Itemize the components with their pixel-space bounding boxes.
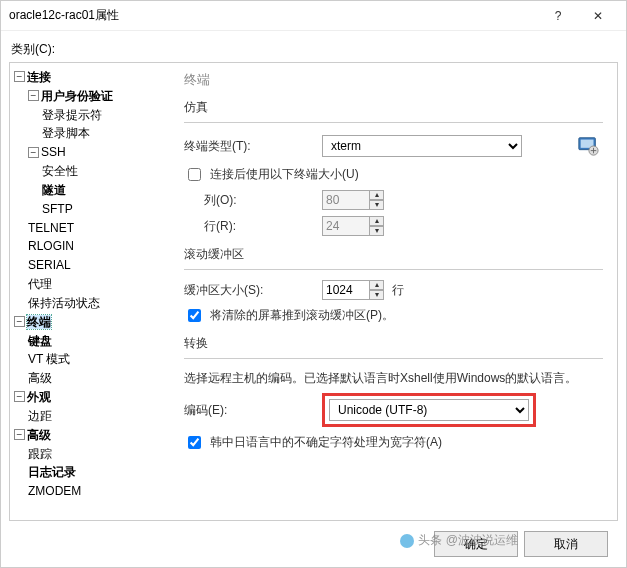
chevron-down-icon[interactable]: ▾ [369,290,384,300]
tree-login-script[interactable]: 登录脚本 [42,126,90,140]
terminal-type-select[interactable]: xterm [322,135,522,157]
tree-login-prompt[interactable]: 登录提示符 [42,107,102,121]
category-label: 类别(C): [11,41,618,58]
main-area: −连接 −用户身份验证 登录提示符 登录脚本 −SSH 安全性 [9,62,618,521]
cancel-button[interactable]: 取消 [524,531,608,557]
category-tree[interactable]: −连接 −用户身份验证 登录提示符 登录脚本 −SSH 安全性 [10,63,170,520]
tree-security[interactable]: 安全性 [42,164,78,178]
tree-rlogin[interactable]: RLOGIN [28,239,74,253]
terminal-settings-icon[interactable] [573,133,603,159]
properties-dialog: oracle12c-rac01属性 ? ✕ 类别(C): −连接 −用户身份验证… [0,0,627,568]
dialog-body: 类别(C): −连接 −用户身份验证 登录提示符 登录脚本 −SSH [1,31,626,567]
use-size-label: 连接后使用以下终端大小(U) [210,166,359,183]
collapse-icon[interactable]: − [28,90,39,101]
buffer-label: 缓冲区大小(S): [184,282,314,299]
close-button[interactable]: ✕ [578,1,618,31]
encoding-label: 编码(E): [184,402,314,419]
cols-spinner[interactable]: ▴▾ [322,190,384,210]
avatar-icon [400,534,414,548]
translate-desc: 选择远程主机的编码。已选择默认语言时Xshell使用Windows的默认语言。 [184,369,603,387]
push-cleared-checkbox[interactable] [188,309,201,322]
tree-advanced-term[interactable]: 高级 [28,371,52,385]
collapse-icon[interactable]: − [14,391,25,402]
push-cleared-label: 将清除的屏幕推到滚动缓冲区(P)。 [210,307,394,324]
content-pane: 终端 仿真 终端类型(T): xterm 连接后使用以下终端大小(U) [170,63,617,520]
tree-zmodem[interactable]: ZMODEM [28,484,81,498]
tree-telnet[interactable]: TELNET [28,220,74,234]
tree-vtmode[interactable]: VT 模式 [28,352,70,366]
buffer-input[interactable] [322,280,370,300]
collapse-icon[interactable]: − [14,316,25,327]
scroll-title: 滚动缓冲区 [184,246,603,263]
tree-serial[interactable]: SERIAL [28,258,71,272]
footer: 头条 @波波说运维 确定 取消 [9,521,618,567]
tree-tunnel[interactable]: 隧道 [42,183,66,197]
cols-input [322,190,370,210]
tree-sftp[interactable]: SFTP [42,202,73,216]
tree-connection[interactable]: 连接 [27,70,51,84]
buffer-spinner[interactable]: ▴▾ [322,280,384,300]
collapse-icon[interactable]: − [14,71,25,82]
encoding-select[interactable]: Unicode (UTF-8) [329,399,529,421]
tree-appearance[interactable]: 外观 [27,390,51,404]
collapse-icon[interactable]: − [14,429,25,440]
help-button[interactable]: ? [538,1,578,31]
use-size-checkbox[interactable] [188,168,201,181]
cjk-wide-checkbox[interactable] [188,436,201,449]
tree-terminal[interactable]: 终端 [27,315,51,329]
cjk-wide-label: 韩中日语言中的不确定字符处理为宽字符(A) [210,434,442,451]
tree-keepalive[interactable]: 保持活动状态 [28,296,100,310]
cols-label: 列(O): [204,192,314,209]
chevron-down-icon[interactable]: ▾ [369,226,384,236]
tree-keyboard[interactable]: 键盘 [28,333,52,347]
terminal-type-label: 终端类型(T): [184,138,314,155]
tree-trace[interactable]: 跟踪 [28,446,52,460]
divider [184,269,603,270]
watermark: 头条 @波波说运维 [400,532,518,549]
rows-spinner[interactable]: ▴▾ [322,216,384,236]
tree-auth[interactable]: 用户身份验证 [41,89,113,103]
translate-title: 转换 [184,335,603,352]
titlebar: oracle12c-rac01属性 ? ✕ [1,1,626,31]
tree-ssh[interactable]: SSH [41,145,66,159]
buffer-unit: 行 [392,282,404,299]
rows-label: 行(R): [204,218,314,235]
emulation-title: 仿真 [184,99,603,116]
encoding-highlight: Unicode (UTF-8) [322,393,536,427]
page-heading: 终端 [184,71,603,89]
chevron-up-icon[interactable]: ▴ [369,216,384,226]
divider [184,358,603,359]
divider [184,122,603,123]
tree-proxy[interactable]: 代理 [28,277,52,291]
tree-margin[interactable]: 边距 [28,409,52,423]
tree-advanced[interactable]: 高级 [27,428,51,442]
collapse-icon[interactable]: − [28,147,39,158]
tree-logging[interactable]: 日志记录 [28,465,76,479]
dialog-title: oracle12c-rac01属性 [9,7,538,24]
chevron-down-icon[interactable]: ▾ [369,200,384,210]
chevron-up-icon[interactable]: ▴ [369,190,384,200]
chevron-up-icon[interactable]: ▴ [369,280,384,290]
rows-input [322,216,370,236]
